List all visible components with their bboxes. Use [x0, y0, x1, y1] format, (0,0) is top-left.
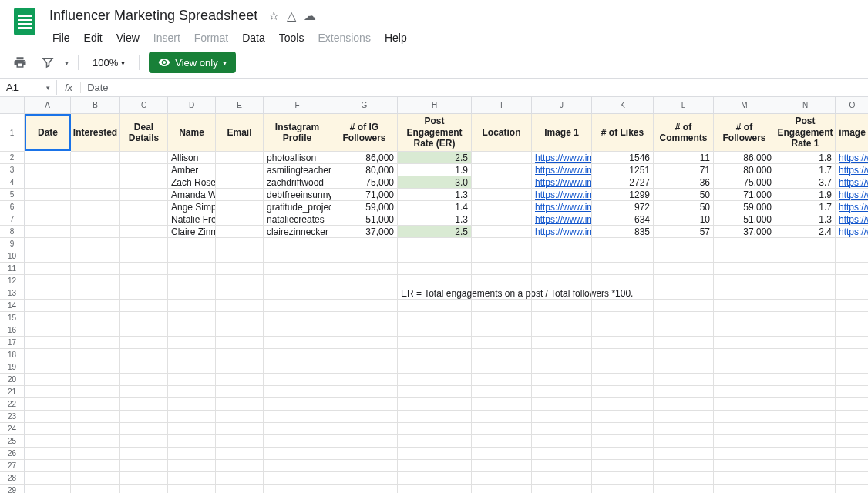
cell[interactable]	[331, 485, 398, 493]
menu-extensions[interactable]: Extensions	[311, 29, 376, 47]
cell[interactable]	[25, 263, 71, 275]
cell[interactable]	[264, 386, 331, 398]
cell[interactable]	[168, 238, 216, 250]
cell[interactable]	[592, 411, 654, 423]
cell[interactable]	[331, 300, 398, 312]
cell[interactable]	[216, 263, 264, 275]
cell[interactable]	[532, 324, 592, 337]
cell[interactable]	[120, 164, 168, 176]
cell[interactable]	[592, 485, 654, 493]
cell[interactable]	[25, 337, 71, 349]
cell[interactable]	[775, 460, 836, 472]
cell[interactable]	[331, 250, 398, 263]
cell-likes[interactable]: 1299	[592, 189, 654, 201]
cell[interactable]	[264, 238, 331, 250]
cell[interactable]	[168, 485, 216, 493]
header-4[interactable]: Email	[216, 114, 264, 152]
cell[interactable]	[168, 460, 216, 472]
cell[interactable]	[836, 300, 868, 312]
cell[interactable]	[836, 275, 868, 287]
cell[interactable]	[398, 337, 472, 349]
cell[interactable]	[216, 337, 264, 349]
cell-er[interactable]: 3.0	[398, 176, 472, 189]
cell[interactable]	[71, 176, 120, 189]
cell[interactable]	[120, 324, 168, 337]
cell[interactable]	[264, 485, 331, 493]
cell[interactable]	[264, 250, 331, 263]
filter-icon[interactable]	[37, 52, 59, 73]
cell-followers[interactable]: 71,000	[331, 189, 398, 201]
filter-dropdown-icon[interactable]: ▾	[65, 59, 69, 67]
cell[interactable]	[25, 250, 71, 263]
cell[interactable]	[264, 324, 331, 337]
cell[interactable]	[120, 226, 168, 238]
row-header-1[interactable]: 1	[0, 114, 25, 152]
cell-name[interactable]: Claire Zinnecker	[168, 226, 216, 238]
cell[interactable]	[71, 386, 120, 398]
cell[interactable]	[654, 263, 714, 275]
header-2[interactable]: Deal Details	[120, 114, 168, 152]
row-header-4[interactable]: 4	[0, 176, 25, 189]
cell[interactable]	[25, 300, 71, 312]
header-6[interactable]: # of IG Followers	[331, 114, 398, 152]
cell[interactable]	[264, 349, 331, 361]
cell-image-link[interactable]: https://www.insta	[532, 164, 592, 176]
cell-profile[interactable]: asmilingteacher	[264, 164, 331, 176]
cell[interactable]	[775, 411, 836, 423]
cell[interactable]	[714, 472, 775, 485]
col-header-O[interactable]: O	[836, 97, 868, 114]
cell[interactable]	[775, 337, 836, 349]
cell[interactable]	[25, 287, 71, 300]
cell-link2[interactable]: https://w	[836, 226, 868, 238]
cell[interactable]	[168, 312, 216, 324]
cell[interactable]	[775, 361, 836, 374]
cell[interactable]	[25, 361, 71, 374]
cell[interactable]	[120, 374, 168, 386]
cell[interactable]	[25, 312, 71, 324]
cell[interactable]	[775, 423, 836, 435]
cell-er1[interactable]: 3.7	[775, 176, 836, 189]
row-header-8[interactable]: 8	[0, 226, 25, 238]
row-header-6[interactable]: 6	[0, 201, 25, 213]
menu-file[interactable]: File	[46, 29, 76, 47]
cell[interactable]	[71, 164, 120, 176]
cell[interactable]	[472, 485, 532, 493]
cell[interactable]	[836, 250, 868, 263]
cell[interactable]	[714, 349, 775, 361]
cell[interactable]	[472, 213, 532, 226]
row-header-18[interactable]: 18	[0, 349, 25, 361]
cell[interactable]	[592, 300, 654, 312]
cell[interactable]	[264, 398, 331, 411]
cell[interactable]	[714, 250, 775, 263]
cell[interactable]	[120, 287, 168, 300]
sheets-logo[interactable]	[9, 6, 40, 37]
cell[interactable]	[532, 287, 592, 300]
cell[interactable]	[714, 460, 775, 472]
cell-link2[interactable]: https://w	[836, 152, 868, 164]
view-only-button[interactable]: View only ▾	[149, 52, 235, 73]
cell[interactable]	[216, 448, 264, 460]
cell[interactable]	[120, 152, 168, 164]
col-header-L[interactable]: L	[654, 97, 714, 114]
cell[interactable]	[714, 485, 775, 493]
cell[interactable]	[398, 263, 472, 275]
cell[interactable]	[25, 435, 71, 448]
cell[interactable]	[775, 250, 836, 263]
cell-image-link[interactable]: https://www.insta	[532, 189, 592, 201]
cell[interactable]	[836, 472, 868, 485]
col-header-E[interactable]: E	[216, 97, 264, 114]
cell[interactable]	[331, 349, 398, 361]
cell-link2[interactable]: https://w	[836, 189, 868, 201]
cell[interactable]	[398, 398, 472, 411]
cell-followers[interactable]: 80,000	[331, 164, 398, 176]
cell[interactable]	[398, 435, 472, 448]
cell[interactable]	[216, 201, 264, 213]
cell[interactable]	[216, 287, 264, 300]
cell[interactable]	[592, 263, 654, 275]
cell[interactable]	[71, 238, 120, 250]
cell[interactable]	[836, 448, 868, 460]
cell-comments[interactable]: 36	[654, 176, 714, 189]
header-0[interactable]: Date	[25, 114, 71, 151]
cell[interactable]	[120, 300, 168, 312]
cell-followers[interactable]: 59,000	[331, 201, 398, 213]
